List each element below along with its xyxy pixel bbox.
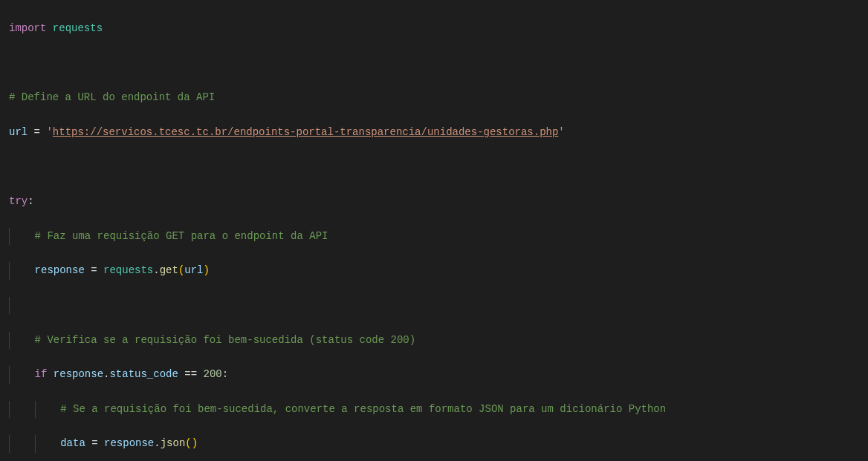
variable: response [35,264,85,276]
comment: # Verifica se a requisição foi bem-suced… [35,334,415,346]
colon: : [27,195,33,207]
code-line [9,55,859,72]
variable: response [54,368,103,380]
code-line: data = response.json() [9,435,859,452]
indent-guide [9,332,35,349]
paren: ) [192,437,198,449]
string-url: https://servicos.tcesc.tc.br/endpoints-p… [53,126,559,138]
string-quote: ' [558,126,564,138]
variable: url [184,264,203,276]
comment: # Define a URL do endpoint da API [9,91,215,103]
operator: = [85,264,103,276]
code-line [9,297,859,314]
indent-guide [9,228,35,245]
string-quote: ' [46,126,52,138]
code-line: # Define a URL do endpoint da API [9,89,859,106]
code-editor[interactable]: import requests # Define a URL do endpoi… [0,0,868,461]
comment: # Faz uma requisição GET para o endpoint… [35,230,328,242]
operator: == [178,368,204,380]
indent-guide [9,435,35,452]
code-line: # Se a requisição foi bem-sucedida, conv… [9,401,859,418]
keyword-try: try [9,195,27,207]
member: status_code [109,368,178,380]
keyword-if: if [35,368,48,380]
code-line: if response.status_code == 200: [9,366,859,383]
function-call: json [161,437,186,449]
code-line: response = requests.get(url) [9,262,859,279]
dot: . [154,437,160,449]
colon: : [222,368,228,380]
indent-guide [9,401,35,418]
comment: # Se a requisição foi bem-sucedida, conv… [60,403,666,415]
variable: response [104,437,154,449]
indent-guide [9,262,35,279]
indent-guide [35,401,61,418]
operator: = [85,437,104,449]
indent-guide [35,435,61,452]
code-line: url = 'https://servicos.tcesc.tc.br/endp… [9,124,859,141]
indent-guide [9,297,35,314]
indent-guide [9,366,35,383]
module-name: requests [53,22,103,34]
module-name: requests [103,264,153,276]
paren: ) [204,264,210,276]
number: 200 [203,368,221,380]
dot: . [153,264,159,276]
code-line: # Verifica se a requisição foi bem-suced… [9,332,859,349]
keyword-import: import [9,22,46,34]
function-call: get [160,264,178,276]
code-line: # Faz uma requisição GET para o endpoint… [9,228,859,245]
paren: ( [185,437,191,449]
variable: url [9,126,27,138]
variable: data [60,437,85,449]
code-line [9,159,859,176]
code-line: try: [9,193,859,210]
operator: = [27,126,46,138]
code-line: import requests [9,20,859,37]
